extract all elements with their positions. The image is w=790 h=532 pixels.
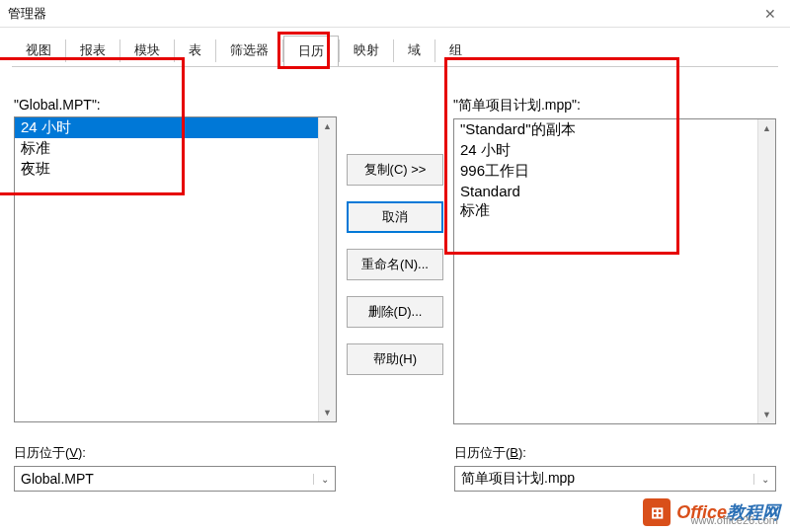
right-scrollbar[interactable]: ▲ ▼ — [757, 119, 775, 423]
chevron-down-icon[interactable]: ⌄ — [753, 474, 775, 485]
chevron-down-icon[interactable]: ⌄ — [313, 474, 335, 485]
scroll-up-icon[interactable]: ▲ — [319, 117, 336, 135]
right-location-value: 简单项目计划.mpp — [455, 470, 753, 488]
tab-6[interactable]: 映射 — [340, 36, 393, 66]
delete-button[interactable]: 删除(D)... — [347, 296, 443, 328]
list-item[interactable]: 24 小时 — [454, 140, 757, 161]
tab-bar: 视图报表模块表筛选器日历映射域组 — [0, 28, 790, 67]
tab-1[interactable]: 报表 — [66, 36, 119, 66]
list-item[interactable]: "Standard"的副本 — [454, 119, 757, 140]
list-item[interactable]: 标准 — [454, 200, 757, 221]
scroll-down-icon[interactable]: ▼ — [319, 404, 336, 421]
tab-5[interactable]: 日历 — [283, 36, 339, 66]
scroll-up-icon[interactable]: ▲ — [758, 119, 775, 137]
list-item[interactable]: 夜班 — [15, 159, 318, 180]
list-item[interactable]: 24 小时 — [15, 117, 318, 138]
left-location-combo[interactable]: Global.MPT ⌄ — [14, 466, 336, 492]
watermark: ⊞ Office教程网 www.office26.com — [643, 498, 780, 526]
tab-3[interactable]: 表 — [175, 36, 215, 66]
tab-7[interactable]: 域 — [394, 36, 434, 66]
right-list-label: "简单项目计划.mpp": — [453, 97, 776, 114]
list-item[interactable]: Standard — [454, 182, 757, 200]
left-location-group: 日历位于(V): Global.MPT ⌄ — [14, 444, 336, 492]
window-title: 管理器 — [8, 5, 46, 23]
scroll-down-icon[interactable]: ▼ — [758, 406, 775, 423]
left-panel: "Global.MPT": 24 小时标准夜班 ▲ ▼ — [14, 97, 337, 424]
cancel-button[interactable]: 取消 — [347, 201, 443, 233]
tab-8[interactable]: 组 — [435, 36, 476, 66]
close-icon[interactable]: ✕ — [758, 6, 782, 22]
left-location-value: Global.MPT — [15, 471, 313, 487]
right-listbox[interactable]: "Standard"的副本24 小时996工作日Standard标准 ▲ ▼ — [453, 118, 776, 424]
right-location-label: 日历位于(B): — [454, 444, 776, 462]
left-scrollbar[interactable]: ▲ ▼ — [318, 117, 336, 421]
left-location-label: 日历位于(V): — [14, 444, 336, 462]
tab-4[interactable]: 筛选器 — [216, 36, 282, 66]
action-buttons: 复制(C) >> 取消 重命名(N)... 删除(D)... 帮助(H) — [347, 97, 443, 424]
tab-2[interactable]: 模块 — [120, 36, 174, 66]
right-location-combo[interactable]: 简单项目计划.mpp ⌄ — [454, 466, 776, 492]
titlebar: 管理器 ✕ — [0, 0, 790, 28]
list-item[interactable]: 996工作日 — [454, 161, 757, 182]
rename-button[interactable]: 重命名(N)... — [347, 249, 443, 280]
right-panel: "简单项目计划.mpp": "Standard"的副本24 小时996工作日St… — [453, 97, 776, 424]
tab-0[interactable]: 视图 — [12, 36, 65, 66]
copy-button[interactable]: 复制(C) >> — [347, 154, 443, 186]
watermark-icon: ⊞ — [643, 498, 671, 526]
list-item[interactable]: 标准 — [15, 138, 318, 159]
left-list-label: "Global.MPT": — [14, 97, 337, 113]
left-listbox[interactable]: 24 小时标准夜班 ▲ ▼ — [14, 116, 337, 422]
help-button[interactable]: 帮助(H) — [347, 343, 443, 375]
right-location-group: 日历位于(B): 简单项目计划.mpp ⌄ — [454, 444, 776, 492]
